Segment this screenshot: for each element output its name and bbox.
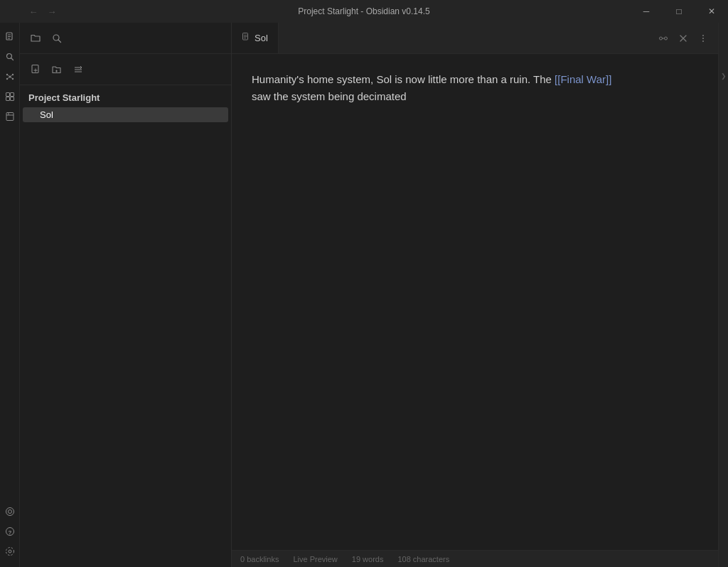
- svg-point-47: [702, 35, 704, 36]
- editor-content[interactable]: Humanity's home system, Sol is now littl…: [232, 54, 718, 550]
- svg-rect-18: [10, 97, 14, 101]
- new-note-icon[interactable]: [27, 61, 44, 78]
- backlinks-status[interactable]: 0 backlinks: [240, 555, 279, 563]
- svg-line-29: [58, 40, 61, 43]
- svg-point-42: [660, 37, 663, 40]
- icon-sidebar-bottom: ?: [1, 503, 18, 567]
- svg-point-23: [8, 510, 11, 514]
- search-sidebar-icon[interactable]: [1, 48, 18, 65]
- svg-point-27: [6, 548, 14, 556]
- more-options-button[interactable]: [694, 29, 712, 48]
- svg-rect-17: [6, 97, 9, 101]
- svg-point-22: [6, 508, 14, 516]
- collapse-handle[interactable]: ❯: [718, 23, 728, 567]
- svg-point-49: [702, 40, 704, 42]
- folder-open-icon[interactable]: [27, 30, 44, 47]
- word-count-status: 19 words: [352, 555, 384, 563]
- app-body: ?: [0, 23, 728, 567]
- settings-icon[interactable]: [1, 543, 18, 560]
- tags-icon[interactable]: [1, 88, 18, 105]
- collapse-handle-icon: ❯: [721, 72, 727, 80]
- publish-icon[interactable]: [1, 503, 18, 520]
- icon-sidebar: ?: [0, 23, 20, 567]
- tab-file-icon: [242, 33, 250, 43]
- titlebar: ← → Project Starlight - Obsidian v0.14.5…: [0, 0, 728, 23]
- file-sidebar: Project Starlight Sol: [20, 23, 232, 567]
- maximize-button[interactable]: □: [663, 0, 695, 23]
- sort-icon[interactable]: [70, 61, 87, 78]
- svg-point-26: [9, 550, 11, 553]
- file-explorer: Project Starlight Sol: [20, 85, 231, 567]
- svg-line-12: [10, 75, 13, 77]
- back-button[interactable]: ←: [26, 4, 41, 19]
- file-actions-toolbar: [20, 54, 231, 85]
- svg-line-13: [7, 77, 10, 79]
- vault-header[interactable]: Project Starlight: [20, 88, 231, 107]
- char-count-status: 108 characters: [397, 555, 449, 563]
- tab-title: Sol: [255, 33, 268, 43]
- forward-button[interactable]: →: [44, 4, 60, 19]
- minimize-button[interactable]: ─: [630, 0, 663, 23]
- graph-view-icon[interactable]: [1, 68, 18, 85]
- editor-area: Sol: [232, 23, 718, 567]
- content-text-after-link: saw the system being decimated: [252, 90, 407, 102]
- new-folder-icon[interactable]: [48, 61, 65, 78]
- close-button[interactable]: ✕: [695, 0, 728, 23]
- svg-point-48: [702, 38, 704, 39]
- toggle-preview-button[interactable]: [654, 29, 673, 48]
- file-sidebar-toolbar: [20, 23, 231, 54]
- svg-line-11: [7, 75, 10, 77]
- preview-mode-status[interactable]: Live Preview: [293, 555, 337, 563]
- files-icon[interactable]: [1, 28, 18, 45]
- svg-rect-15: [6, 93, 9, 97]
- titlebar-nav: ← →: [26, 0, 60, 23]
- search-files-icon[interactable]: [48, 30, 65, 47]
- help-icon[interactable]: ?: [1, 523, 18, 540]
- titlebar-controls: ─ □ ✕: [630, 0, 728, 23]
- editor-tab-bar: Sol: [232, 23, 718, 54]
- content-text-before-link: Humanity's home system, Sol is now littl…: [252, 73, 555, 85]
- final-war-link[interactable]: [[Final War]]: [555, 73, 611, 85]
- svg-line-5: [11, 58, 13, 60]
- titlebar-title: Project Starlight - Obsidian v0.14.5: [298, 6, 429, 16]
- statusbar: 0 backlinks Live Preview 19 words 108 ch…: [232, 550, 718, 567]
- svg-point-43: [665, 37, 668, 40]
- svg-text:?: ?: [8, 529, 11, 536]
- svg-rect-16: [10, 93, 14, 97]
- editor-tab-sol[interactable]: Sol: [232, 23, 279, 53]
- file-item-sol[interactable]: Sol: [23, 107, 228, 122]
- bookmarks-icon[interactable]: [1, 108, 18, 125]
- editor-tab-actions: [654, 29, 718, 48]
- svg-line-14: [10, 77, 13, 79]
- svg-rect-19: [6, 113, 14, 121]
- close-tab-button[interactable]: [674, 29, 692, 48]
